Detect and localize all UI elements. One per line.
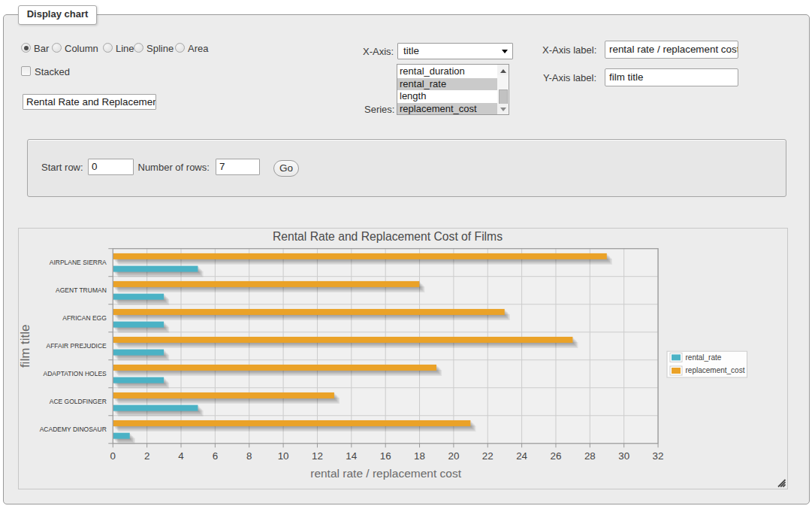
svg-text:10: 10 [278,450,289,462]
svg-text:0: 0 [110,450,116,462]
svg-text:rental_rate: rental_rate [686,353,722,362]
svg-text:8: 8 [246,450,252,462]
svg-text:2: 2 [144,450,149,462]
svg-text:6: 6 [213,450,218,462]
svg-text:16: 16 [380,450,391,462]
svg-text:32: 32 [653,450,664,462]
svg-text:rental rate / replacement cost: rental rate / replacement cost [310,467,461,480]
svg-text:film title: film title [18,324,32,368]
svg-text:AGENT TRUMAN: AGENT TRUMAN [56,286,107,294]
svg-text:AIRPLANE SIERRA: AIRPLANE SIERRA [50,259,107,266]
svg-text:AFFAIR PREJUDICE: AFFAIR PREJUDICE [47,342,107,350]
svg-text:22: 22 [482,450,494,462]
svg-text:18: 18 [414,450,425,462]
svg-text:12: 12 [312,450,323,462]
svg-text:ACADEMY DINOSAUR: ACADEMY DINOSAUR [40,426,107,433]
svg-text:Rental Rate and Replacement Co: Rental Rate and Replacement Cost of Film… [273,230,503,243]
svg-text:ADAPTATION HOLES: ADAPTATION HOLES [44,370,107,377]
svg-text:ACE GOLDFINGER: ACE GOLDFINGER [50,398,107,405]
svg-text:14: 14 [346,450,357,462]
svg-text:4: 4 [178,450,184,462]
svg-text:26: 26 [551,450,562,462]
svg-text:replacement_cost: replacement_cost [686,366,745,374]
svg-text:28: 28 [584,450,596,462]
svg-text:AFRICAN EGG: AFRICAN EGG [62,314,107,322]
svg-text:30: 30 [618,450,629,462]
svg-text:20: 20 [448,450,459,462]
svg-text:24: 24 [516,450,527,462]
